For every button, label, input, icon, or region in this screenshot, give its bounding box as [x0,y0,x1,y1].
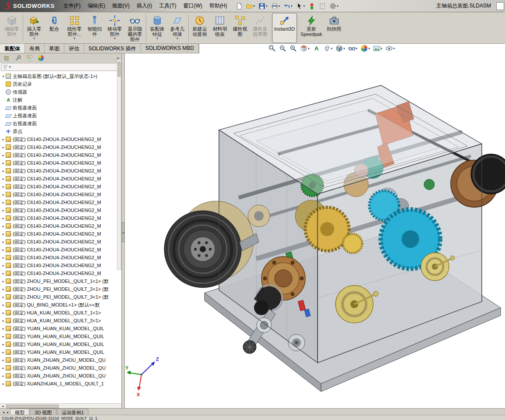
expand-arrow-icon[interactable]: ▸ [1,319,6,323]
tree-component-0[interactable]: ▸(固定) C6140-ZHOU4-ZHOUCHENG2_M [1,135,121,143]
expand-arrow-icon[interactable]: ▸ [1,335,6,339]
dropdown-arrow-icon[interactable]: ▾ [381,47,383,50]
ribbon-bom-button[interactable]: 材料明 细表 [210,13,230,43]
study-tab-0[interactable]: 模型 [10,409,29,415]
model-3d-gearbox[interactable]: Z Y X [125,53,505,409]
tabs-scroll-right-icon[interactable]: ▸ [6,410,10,415]
tree-component-12[interactable]: ▸(固定) C6140-ZHOU4-ZHOUCHENG2_M [1,230,121,238]
tree-item-上视基准面[interactable]: 上视基准面 [1,112,121,120]
annotation-views-button[interactable]: A [312,44,321,53]
ribbon-smart-fastener-button[interactable]: 智能扣 件 [85,13,105,43]
study-tab-1[interactable]: 3D 视图 [30,409,57,415]
dropdown-arrow-icon[interactable]: ▾ [343,47,345,50]
tree-component-26[interactable]: ▸(固定) YUAN_HUAN_KUAI_MODEL_QUIL [1,340,121,348]
tree-item-右视基准面[interactable]: 右视基准面 [1,120,121,127]
new-document-button[interactable] [234,2,244,11]
tree-component-8[interactable]: ▸(固定) C6140-ZHOU4-ZHOUCHENG2_M [1,198,121,206]
view-settings-button[interactable]: ▾ [385,44,396,53]
expand-arrow-icon[interactable]: ▸ [1,374,6,378]
tree-component-28[interactable]: ▸(固定) XUAN_ZHUAN_ZHOU_MODEL_QU [1,356,121,364]
expand-arrow-icon[interactable]: ▸ [1,185,6,189]
ribbon-reference-geometry-button[interactable]: 参考几 何体▾ [167,13,187,43]
expand-arrow-icon[interactable]: ▸ [1,303,6,307]
filter-funnel-icon[interactable] [3,64,8,70]
tree-component-21[interactable]: ▸(固定) QU_BING_MODEL<1> (默认<<默 [1,301,121,309]
expand-arrow-icon[interactable]: ▸ [1,201,6,205]
tree-vertical-scrollbar[interactable] [117,60,121,270]
expand-arrow-icon[interactable]: ▸ [1,145,6,149]
tab-5[interactable]: SOLIDWORKS MBD [141,44,199,53]
select-cursor-button[interactable]: ▾ [295,2,307,11]
file-properties-button[interactable] [318,2,327,11]
rebuild-button[interactable] [307,2,317,11]
dropdown-arrow-icon[interactable]: ▾ [308,47,310,50]
expand-arrow-icon[interactable]: ▸ [1,193,6,197]
scroll-thumb[interactable] [6,405,59,408]
propertymanager-tab[interactable] [14,54,23,62]
dropdown-arrow-icon[interactable]: ▾ [291,4,293,8]
dropdown-arrow-icon[interactable]: ▾ [368,47,370,50]
scroll-left-icon[interactable]: ◂ [0,404,5,408]
tree-item-前视基准面[interactable]: 前视基准面 [1,104,121,112]
apply-scene-button[interactable]: ▾ [373,44,383,53]
menu-item-2[interactable]: 视图(V) [109,0,133,11]
tree-component-13[interactable]: ▸(固定) C6140-ZHOU4-ZHOUCHENG2_M [1,238,121,246]
configurationmanager-tab[interactable] [25,54,34,62]
dropdown-arrow-icon[interactable]: ▾ [337,4,339,8]
tree-component-14[interactable]: ▸(固定) C6140-ZHOU4-ZHOUCHENG2_M [1,246,121,254]
search-input[interactable] [496,2,504,10]
study-tab-2[interactable]: 运动算例1 [57,409,88,415]
tab-0[interactable]: 装配体 [0,44,25,53]
dropdown-arrow-icon[interactable]: ▾ [279,4,280,8]
tab-4[interactable]: SOLIDWORKS 插件 [84,44,141,53]
ribbon-move-component-button[interactable]: 移动零 部件▾ [105,13,125,43]
tree-component-9[interactable]: ▸(固定) C6140-ZHOU4-ZHOUCHENG2_M [1,206,121,214]
tab-1[interactable]: 布局 [25,44,45,53]
ribbon-assembly-feature-button[interactable]: 装配体 特征▾ [147,13,167,43]
tree-component-11[interactable]: ▸(固定) C6140-ZHOU4-ZHOUCHENG2_M [1,222,121,230]
tree-component-19[interactable]: ▸(固定) ZHOU_PEI_MODEL_QUILT_2<1> (默 [1,285,121,293]
tree-component-30[interactable]: ▸(固定) XUAN_ZHUAN_ZHOU_MODEL_QU [1,372,121,380]
tree-component-29[interactable]: ▸(固定) XUAN_ZHUAN_ZHOU_MODEL_QU [1,364,121,372]
tree-component-16[interactable]: ▸(固定) C6140-ZHOU4-ZHOUCHENG2_M [1,261,121,269]
tree-component-18[interactable]: ▸(固定) ZHOU_PEI_MODEL_QUILT_1<1> (默 [1,277,121,285]
hide-show-items-button[interactable]: ▾ [348,44,358,53]
tree-component-27[interactable]: ▸(固定) YUAN_HUAN_KUAI_MODEL_QUIL [1,348,121,356]
tree-component-10[interactable]: ▸(固定) C6140-ZHOU4-ZHOUCHENG2_M [1,214,121,222]
save-button[interactable]: ▾ [257,2,269,11]
expand-arrow-icon[interactable]: ▸ [1,272,6,275]
expand-arrow-icon[interactable]: ▸ [1,208,6,212]
tree-item-历史记录[interactable]: 历史记录 [1,80,121,88]
dropdown-arrow-icon[interactable]: ▾ [114,37,116,40]
expand-arrow-icon[interactable]: ▸ [1,287,6,291]
tree-component-1[interactable]: ▸(固定) C6140-ZHOU4-ZHOUCHENG2_M [1,143,121,151]
expand-arrow-icon[interactable]: ▸ [1,264,6,268]
tab-3[interactable]: 评估 [64,44,84,53]
dropdown-arrow-icon[interactable]: ▾ [393,47,395,50]
ribbon-insert-component-button[interactable]: 插入零 部件▾ [24,13,44,43]
zoom-area-button[interactable] [279,44,287,53]
expand-arrow-icon[interactable]: ▸ [1,311,6,315]
tree-component-22[interactable]: ▸(固定) HUA_KUAI_MODEL_QUILT_1<1> [1,309,121,317]
dropdown-arrow-icon[interactable]: ▾ [156,37,158,40]
expand-arrow-icon[interactable]: ▾ [1,74,6,78]
dropdown-arrow-icon[interactable]: ▾ [356,47,358,50]
dropdown-arrow-icon[interactable]: ▾ [33,37,35,40]
tree-component-5[interactable]: ▸(固定) C6140-ZHOU4-ZHOUCHENG2_M [1,175,121,183]
edit-appearance-button[interactable]: ▾ [360,44,371,53]
scroll-thumb[interactable] [118,62,120,77]
filter-dropdown-icon[interactable]: ▾ [9,65,11,69]
expand-arrow-icon[interactable]: ▸ [1,248,6,252]
tree-component-4[interactable]: ▸(固定) C6140-ZHOU4-ZHOUCHENG2_M [1,167,121,175]
expand-arrow-icon[interactable]: ▸ [1,224,6,228]
ribbon-snapshot-button[interactable]: 拍快照 [324,13,344,43]
ribbon-exploded-view-button[interactable]: 爆炸视 图 [230,13,250,43]
expand-arrow-icon[interactable]: ▸ [1,232,6,236]
tree-component-6[interactable]: ▸(固定) C6140-ZHOU4-ZHOUCHENG2_M [1,183,121,191]
ribbon-speedpak-button[interactable]: 更新 Speedpak [299,13,324,43]
menu-item-1[interactable]: 编辑(E) [84,0,109,11]
options-button[interactable]: ▾ [328,2,340,11]
dropdown-arrow-icon[interactable]: ▾ [74,37,75,40]
zoom-fit-button[interactable] [268,44,276,53]
tree-component-24[interactable]: ▸(固定) YUAN_HUAN_KUAI_MODEL_QUIL [1,325,121,332]
